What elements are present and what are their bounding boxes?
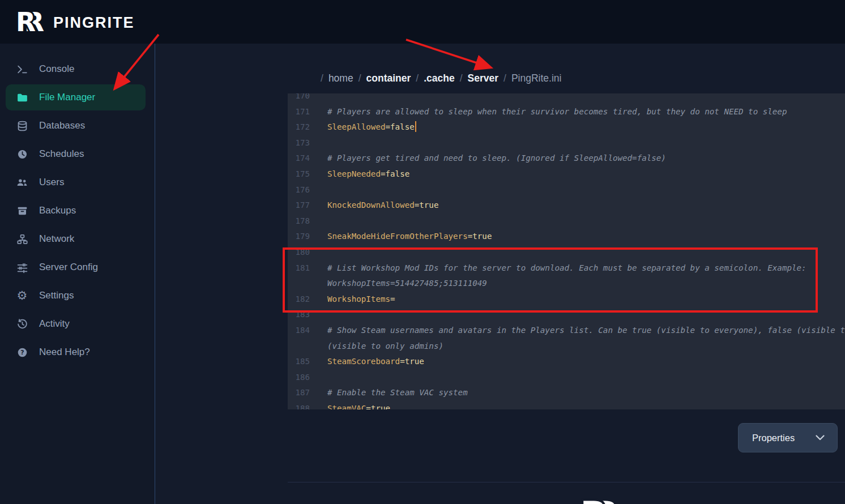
svg-text:R: R — [16, 7, 36, 36]
breadcrumb-segment-server[interactable]: Server — [468, 72, 499, 84]
svg-text:?: ? — [20, 349, 24, 356]
help-icon: ? — [16, 346, 28, 358]
token-key: SleepAllowed — [327, 122, 386, 131]
editor-line: 173 — [288, 135, 845, 151]
token-comment: # Players get tired and need to sleep. (… — [327, 153, 666, 163]
editor-line: 182 WorkshopItems= — [288, 292, 845, 307]
line-number: 173 — [288, 135, 310, 151]
brand-logo[interactable]: R R PINGRITE — [16, 7, 135, 39]
breadcrumb-segment-container[interactable]: container — [366, 72, 411, 84]
line-number: 179 — [288, 229, 310, 245]
token-key: KnockedDownAllowed — [327, 200, 415, 210]
sidebar-item-users[interactable]: Users — [0, 168, 155, 197]
line-text: SteamVAC=true — [327, 401, 390, 409]
line-number: 182 — [288, 292, 310, 307]
app-root: { "brand": { "name": "PINGRITE" }, "side… — [0, 0, 845, 504]
line-number: 175 — [288, 166, 310, 182]
breadcrumb-segment--cache[interactable]: .cache — [424, 72, 454, 84]
token-value: =false — [381, 169, 409, 178]
sidebar-item-label: Backups — [39, 205, 76, 216]
token-value: =true — [415, 200, 439, 210]
token-value: =true — [400, 357, 424, 366]
breadcrumb-separator: / — [460, 72, 463, 84]
line-text: SteamScoreboard=true — [327, 354, 424, 370]
token-value: = — [390, 294, 395, 304]
editor-line: 187 # Enable the Steam VAC system — [288, 385, 845, 401]
line-text: # Players get tired and need to sleep. (… — [327, 151, 666, 166]
sidebar-item-databases[interactable]: Databases — [0, 112, 155, 140]
brand-name: PINGRITE — [53, 14, 135, 32]
token-key: SleepNeeded — [327, 169, 381, 178]
editor-line: 184 # Show Steam usernames and avatars i… — [288, 323, 845, 339]
line-number: 174 — [288, 151, 310, 166]
sidebar-item-server-config[interactable]: Server Config — [0, 253, 155, 281]
sidebar-item-label: Databases — [39, 120, 85, 131]
line-text: # Enable the Steam VAC system — [327, 385, 468, 401]
sidebar-item-file-manager[interactable]: File Manager — [6, 84, 146, 110]
text-cursor — [415, 121, 416, 132]
breadcrumb-segment-pingrite-ini: PingRite.ini — [511, 72, 562, 84]
editor-line: 174 # Players get tired and need to slee… — [288, 151, 845, 166]
editor-line: 172 SleepAllowed=false — [288, 119, 845, 135]
footer-pingrite-logo-icon: R R — [580, 494, 624, 504]
annotation-arrow-breadcrumb-file — [406, 40, 490, 67]
breadcrumb-separator: / — [321, 72, 323, 84]
token-key: WorkshopItems — [327, 294, 390, 304]
line-number: 184 — [288, 323, 310, 339]
token-comment: WorkshopItems=514427485;513111049 — [327, 279, 487, 288]
folder-icon — [16, 91, 28, 104]
line-number: 170 — [288, 93, 310, 104]
sidebar-item-backups[interactable]: Backups — [0, 197, 155, 225]
properties-dropdown-button[interactable]: Properties — [738, 423, 838, 452]
network-icon — [16, 233, 28, 245]
line-text: SleepAllowed=false — [327, 119, 416, 135]
sidebar-item-label: Schedules — [39, 148, 84, 160]
top-bar: R R PINGRITE — [0, 0, 845, 44]
token-comment: # Show Steam usernames and avatars in th… — [327, 326, 845, 335]
sidebar-item-settings[interactable]: ⚙ Settings — [0, 281, 155, 310]
line-number: 186 — [288, 370, 310, 386]
pingrite-logo-icon: R R — [16, 7, 48, 39]
editor-line: 171 # Players are allowed to sleep when … — [288, 104, 845, 120]
editor-line: 180 — [288, 245, 845, 260]
properties-label: Properties — [752, 433, 795, 443]
editor-line: 185 SteamScoreboard=true — [288, 354, 845, 370]
breadcrumb: /home/container/.cache/Server/PingRite.i… — [321, 72, 561, 84]
line-text: WorkshopItems=514427485;513111049 — [327, 276, 487, 292]
sidebar-item-console[interactable]: Console — [0, 55, 155, 83]
token-key: SteamScoreboard — [327, 357, 400, 366]
line-text: SleepNeeded=false — [327, 166, 409, 182]
line-number: 185 — [288, 354, 310, 370]
sidebar-item-label: Activity — [39, 318, 70, 330]
line-number: 181 — [288, 260, 310, 276]
line-number: 188 — [288, 401, 310, 409]
clock-icon — [16, 148, 28, 160]
editor-line: 177 KnockedDownAllowed=true — [288, 198, 845, 213]
line-number: 171 — [288, 104, 310, 120]
database-icon — [16, 119, 28, 132]
line-number: 187 — [288, 385, 310, 401]
token-key: SneakModeHideFromOtherPlayers — [327, 232, 468, 241]
editor-line: WorkshopItems=514427485;513111049 — [288, 276, 845, 292]
sidebar-item-activity[interactable]: Activity — [0, 310, 155, 338]
line-text: WorkshopItems= — [327, 292, 395, 307]
token-comment: # List Workshop Mod IDs for the server t… — [327, 263, 806, 272]
breadcrumb-segment-home[interactable]: home — [328, 72, 353, 84]
file-editor[interactable]: 170 171 # Players are allowed to sleep w… — [288, 93, 845, 409]
line-number: 177 — [288, 198, 310, 213]
line-text: # Players are allowed to sleep when thei… — [327, 104, 787, 120]
line-number: 180 — [288, 245, 310, 260]
sidebar-item-need-help[interactable]: ? Need Help? — [0, 338, 155, 366]
editor-line: 175 SleepNeeded=false — [288, 166, 845, 182]
line-number — [288, 339, 310, 354]
breadcrumb-separator: / — [416, 72, 419, 84]
terminal-icon — [16, 63, 28, 75]
breadcrumb-separator: / — [359, 72, 361, 84]
sidebar-item-network[interactable]: Network — [0, 225, 155, 253]
history-icon — [16, 318, 28, 330]
editor-line: 188 SteamVAC=true — [288, 401, 845, 409]
sidebar-item-schedules[interactable]: Schedules — [0, 140, 155, 168]
gear-icon: ⚙ — [16, 289, 28, 302]
sidebar-item-label: Server Config — [39, 262, 98, 273]
archive-icon — [16, 204, 28, 217]
